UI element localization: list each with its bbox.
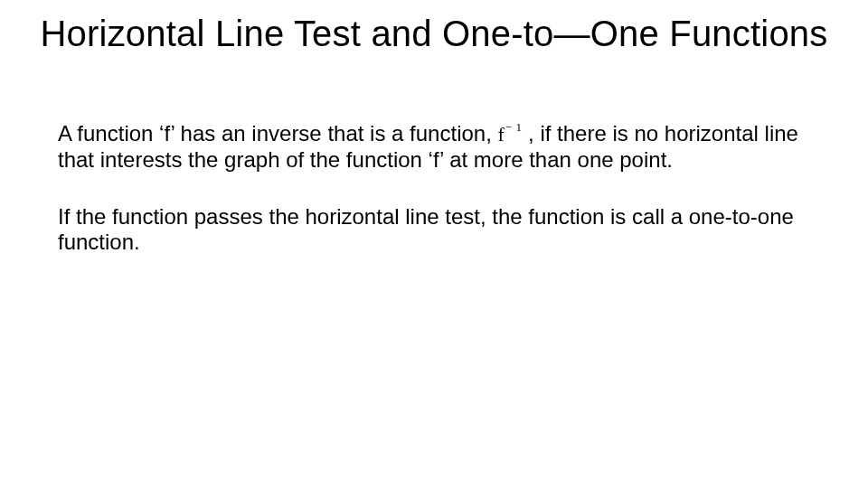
- para1-pre: A function ‘f’ has an inverse that is a …: [58, 121, 498, 145]
- paragraph-1: A function ‘f’ has an inverse that is a …: [58, 121, 810, 174]
- paragraph-2: If the function passes the horizontal li…: [58, 204, 810, 257]
- slide-title: Horizontal Line Test and One-to—One Func…: [0, 13, 868, 54]
- f-inverse-exponent: − 1: [505, 120, 523, 134]
- slide: Horizontal Line Test and One-to—One Func…: [0, 0, 868, 488]
- f-inverse-base: f: [498, 123, 505, 145]
- slide-body: A function ‘f’ has an inverse that is a …: [58, 121, 810, 286]
